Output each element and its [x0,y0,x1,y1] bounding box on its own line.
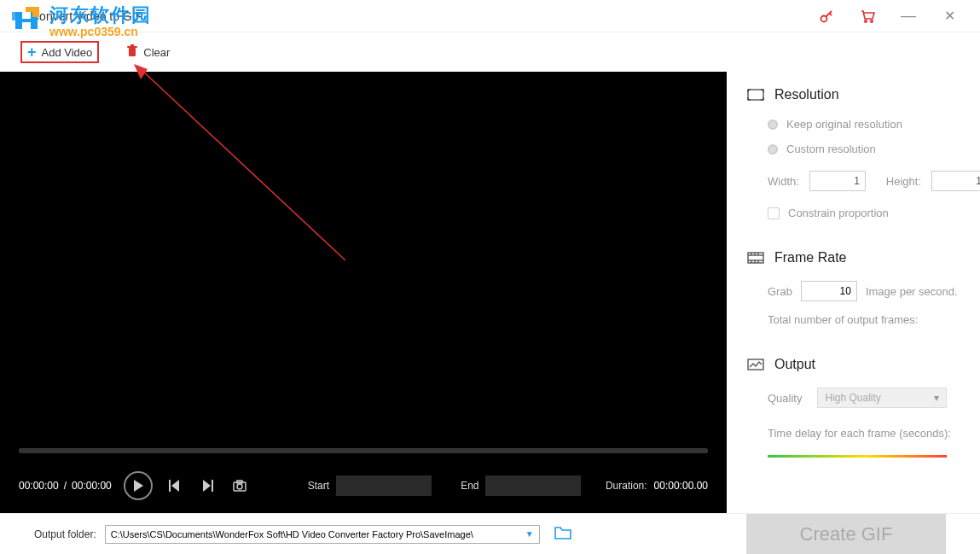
radio-icon [768,144,778,155]
duration-label: Duration: [606,480,647,492]
video-panel: 00:00:00 / 00:00:00 Start End [0,72,727,513]
settings-panel: Resolution Keep original resolution Cust… [727,72,980,513]
register-key-button[interactable] [806,0,847,32]
current-time: 00:00:00 [19,480,59,492]
svg-rect-11 [130,44,134,46]
dropdown-arrow-icon: ▼ [525,529,534,539]
footer: Output folder: C:\Users\CS\Documents\Won… [0,513,980,554]
svg-marker-14 [171,480,179,492]
browse-folder-button[interactable] [554,525,572,544]
width-input[interactable] [809,171,866,191]
time-display: 00:00:00 / 00:00:00 [19,480,112,492]
svg-rect-9 [129,48,136,56]
chevron-down-icon: ▾ [934,392,939,404]
resolution-icon [747,88,764,102]
svg-rect-20 [748,90,763,100]
resolution-section: Resolution Keep original resolution Cust… [747,87,960,219]
svg-rect-21 [748,253,763,263]
output-section: Output Quality High Quality ▾ Time delay… [747,357,960,458]
grab-label: Grab [768,285,792,298]
snapshot-button[interactable] [229,475,250,496]
clear-label: Clear [143,46,170,59]
grab-suffix: Image per second. [866,285,958,298]
start-label: Start [308,480,329,492]
width-label: Width: [768,175,799,188]
checkbox-icon [768,207,780,219]
height-input[interactable] [931,171,980,191]
custom-resolution-option[interactable]: Custom resolution [768,143,960,155]
delay-slider[interactable] [768,455,947,458]
toolbar: + Add Video Clear [0,32,980,72]
add-video-label: Add Video [42,46,93,59]
svg-rect-13 [169,480,171,492]
quality-select[interactable]: High Quality ▾ [817,388,947,408]
end-label: End [461,480,478,492]
svg-point-18 [237,484,242,489]
add-video-button[interactable]: + Add Video [20,41,99,63]
total-time: 00:00:00 [72,480,112,492]
next-frame-button[interactable] [197,475,217,496]
svg-point-7 [865,20,867,22]
duration-value: 00:00:00.00 [654,480,708,492]
framerate-section: Frame Rate Grab Image per second. Total … [747,250,960,326]
close-button[interactable]: ✕ [929,0,970,32]
svg-marker-15 [203,480,211,492]
grab-input[interactable] [801,281,857,301]
create-gif-button[interactable]: Create GIF [746,514,946,555]
total-frames-label: Total number of output frames: [768,313,960,326]
keep-original-option[interactable]: Keep original resolution [768,118,960,131]
minimize-button[interactable]: — [888,0,929,32]
start-input[interactable] [336,475,432,496]
radio-icon [768,120,778,130]
video-preview[interactable] [0,72,727,441]
play-button[interactable] [124,471,153,500]
prev-frame-button[interactable] [165,475,185,496]
svg-rect-10 [127,46,137,48]
output-folder-input[interactable]: C:\Users\CS\Documents\WonderFox Soft\HD … [105,525,540,544]
output-folder-label: Output folder: [34,528,96,540]
delay-label: Time delay for each frame (seconds): [768,427,960,440]
svg-rect-16 [212,480,213,492]
app-title: Convert Video to GIF [31,9,142,23]
constrain-proportion-option[interactable]: Constrain proportion [768,207,960,219]
output-title: Output [774,357,815,372]
plus-icon: + [27,44,37,60]
framerate-icon [747,251,764,265]
svg-marker-12 [134,480,143,492]
titlebar: Convert Video to GIF — ✕ [0,0,980,32]
svg-point-4 [821,15,827,21]
resolution-title: Resolution [774,87,839,102]
cart-button[interactable] [847,0,888,32]
end-input[interactable] [485,475,581,496]
trash-icon [126,44,138,61]
clear-button[interactable]: Clear [126,44,170,61]
app-icon [10,9,24,23]
height-label: Height: [886,175,921,188]
svg-point-8 [871,20,873,22]
framerate-title: Frame Rate [774,250,846,265]
quality-label: Quality [768,392,802,405]
timeline-scrubber[interactable] [19,448,708,453]
video-controls: 00:00:00 / 00:00:00 Start End [0,458,727,513]
output-icon [747,358,764,371]
svg-line-6 [830,13,832,15]
